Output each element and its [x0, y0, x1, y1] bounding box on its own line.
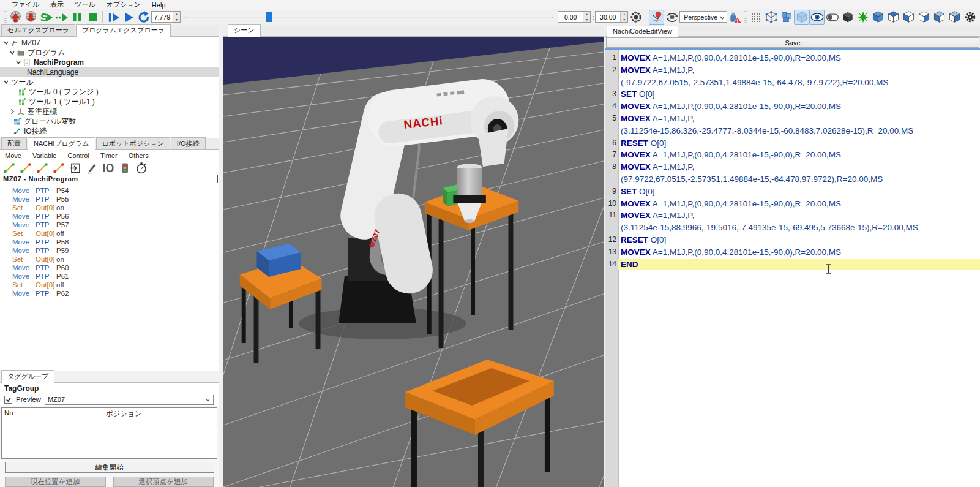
preview-robot-dropdown[interactable]: MZ07: [45, 395, 214, 405]
move-path-red-button[interactable]: [52, 162, 65, 174]
coord1-input[interactable]: [558, 13, 583, 21]
stopwatch-button[interactable]: [135, 162, 148, 174]
program-step-row[interactable]: Set Out[0] on: [0, 204, 219, 213]
chevron-collapsed-icon[interactable]: [9, 108, 16, 115]
move-path-green-button[interactable]: [2, 162, 16, 174]
chevron-expanded-icon[interactable]: [2, 39, 10, 47]
program-step-row[interactable]: Set Out[0] off: [0, 281, 219, 290]
projection-dropdown[interactable]: Perspective: [679, 11, 727, 23]
move-path-red-start-button[interactable]: [19, 162, 32, 174]
coord1-spinner[interactable]: ▲▼: [583, 12, 590, 22]
tab-io-connection[interactable]: I/O接続: [171, 137, 206, 149]
rotate-view-button[interactable]: [664, 10, 679, 25]
menu-help[interactable]: Help: [146, 1, 171, 9]
scene-viewport[interactable]: MZ07 NACHi: [223, 37, 604, 487]
menu-timer[interactable]: Timer: [100, 152, 118, 159]
program-step-row[interactable]: Move PTP P58: [0, 238, 219, 247]
step-run-button[interactable]: [54, 10, 69, 25]
chevron-expanded-icon[interactable]: [2, 78, 10, 86]
code-line[interactable]: 10 MOVEX A=1,M1J,P,(0,90,0,4.28101e-15,-…: [605, 198, 980, 210]
visibility-button[interactable]: [809, 10, 825, 25]
traffic-light-button[interactable]: [118, 162, 132, 174]
menu-others[interactable]: Others: [129, 152, 149, 159]
menu-control[interactable]: Control: [67, 152, 89, 159]
program-step-row[interactable]: Move PTP P55: [0, 195, 219, 204]
timeline-slider[interactable]: [185, 10, 553, 24]
tree-node-base-coord[interactable]: 基準座標: [0, 107, 219, 116]
menu-variable[interactable]: Variable: [32, 152, 57, 159]
tree-node-nachi-language[interactable]: NachiLanguage: [0, 67, 219, 77]
toggle-state-button[interactable]: [825, 10, 840, 25]
menu-view[interactable]: 表示: [45, 0, 69, 9]
view-cube-front-button[interactable]: [932, 10, 947, 25]
pick-tool-button[interactable]: [649, 10, 664, 25]
stop-button[interactable]: [84, 10, 100, 25]
position-table-body[interactable]: [2, 431, 217, 458]
slider-handle[interactable]: [266, 12, 272, 22]
view-cube-solid-button[interactable]: [870, 10, 886, 25]
code-editor[interactable]: 1 MOVEX A=1,M1J,P,(0,90,0,4.28101e-15,-9…: [605, 48, 980, 487]
solid-cubes-button[interactable]: [779, 10, 794, 25]
preview-checkbox[interactable]: [4, 396, 12, 404]
code-line[interactable]: 9 SET O[0]: [605, 186, 980, 198]
program-step-row[interactable]: Move PTP P56: [0, 213, 219, 221]
step-forward-button[interactable]: [105, 10, 121, 25]
pause-button[interactable]: [69, 10, 84, 25]
tab-nachi-program[interactable]: NACHIプログラム: [28, 137, 95, 150]
program-step-row[interactable]: Set Out[0] on: [0, 255, 219, 264]
io-command-button[interactable]: [102, 162, 115, 174]
coord2-spinner[interactable]: ▲▼: [620, 12, 627, 22]
run-simulation-button[interactable]: S: [39, 10, 54, 25]
point-cloud-button[interactable]: [748, 10, 763, 25]
menu-tools[interactable]: ツール: [69, 0, 101, 9]
wireframe-vertices-button[interactable]: [763, 10, 779, 25]
chevron-expanded-icon[interactable]: [15, 59, 22, 66]
code-line[interactable]: 2 MOVEX A=1,M1J,P,(-97.9722,67.0515,-2.5…: [605, 64, 980, 89]
code-line[interactable]: 6 RESET O[0]: [605, 137, 980, 149]
view-cube-left-button[interactable]: [901, 10, 916, 25]
tree-node-mz07[interactable]: MZ07: [0, 38, 219, 48]
program-step-row[interactable]: Set Out[0] off: [0, 230, 219, 238]
chevron-expanded-icon[interactable]: [9, 49, 16, 56]
tree-node-tools-folder[interactable]: ツール: [0, 77, 219, 87]
tree-node-nachi-program[interactable]: NachiProgram: [0, 58, 219, 67]
tree-node-global-vars[interactable]: グローバル変数: [0, 116, 219, 126]
code-line[interactable]: 12 RESET O[0]: [605, 234, 980, 246]
view-cube-top-button[interactable]: [886, 10, 901, 25]
code-line[interactable]: 14 END: [605, 259, 980, 271]
robot-alert-button[interactable]: !: [727, 10, 742, 25]
coord2-input[interactable]: [596, 13, 620, 21]
add-current-position-button[interactable]: 現在位置を追加: [5, 477, 106, 487]
code-line[interactable]: 5 MOVEX A=1,M1J,P,(3.11254e-15,86.326,-2…: [605, 113, 980, 137]
tree-node-io[interactable]: IO接続: [0, 126, 219, 136]
program-step-row[interactable]: Move PTP P59: [0, 247, 219, 255]
program-step-row[interactable]: Move PTP P54: [0, 187, 219, 195]
code-line[interactable]: 8 MOVEX A=1,M1J,P,(97.9722,67.0515,-2.57…: [605, 161, 980, 186]
code-line[interactable]: 11 MOVEX A=1,M1J,P,(3.11254e-15,88.9966,…: [605, 210, 980, 234]
shaded-cube-button[interactable]: [840, 10, 855, 25]
speed-spinner[interactable]: ▲▼: [173, 12, 180, 22]
reset-button[interactable]: [136, 10, 151, 25]
play-button[interactable]: [121, 10, 136, 25]
tree-node-tool1[interactable]: ツール 1 ( ツール1 ): [0, 97, 219, 107]
tab-program-explorer[interactable]: プログラムエクスプローラ: [76, 24, 171, 37]
menu-move[interactable]: Move: [5, 152, 21, 159]
program-step-row[interactable]: Move PTP P62: [0, 290, 219, 298]
highlight-burst-button[interactable]: [855, 10, 870, 25]
code-line[interactable]: 4 MOVEX A=1,M1J,P,(0,90,0,4.28101e-15,-9…: [605, 100, 980, 113]
tab-nachi-code-edit-view[interactable]: NachiCodeEditView: [607, 26, 678, 37]
download-cell-button[interactable]: [23, 10, 39, 25]
program-step-row[interactable]: Move PTP P60: [0, 264, 219, 273]
edit-pencil-button[interactable]: [85, 162, 99, 174]
code-line[interactable]: 13 MOVEX A=1,M1J,P,(0,90,0,4.28101e-15,-…: [605, 246, 980, 259]
tab-cell-explorer[interactable]: セルエクスプローラ: [1, 24, 75, 36]
view-cube-right-button[interactable]: [916, 10, 932, 25]
move-path-green-end-button[interactable]: [36, 162, 49, 174]
add-selected-vertex-button[interactable]: 選択頂点を追加: [113, 477, 214, 487]
speed-input[interactable]: [152, 13, 173, 21]
tree-node-program-folder[interactable]: プログラム: [0, 48, 219, 58]
insert-command-button[interactable]: [69, 162, 82, 174]
tab-scene[interactable]: シーン: [228, 24, 261, 37]
tab-placement[interactable]: 配置: [1, 137, 27, 149]
code-line[interactable]: 7 MOVEX A=1,M1J,P,(0,90,0,4.28101e-15,-9…: [605, 149, 980, 161]
